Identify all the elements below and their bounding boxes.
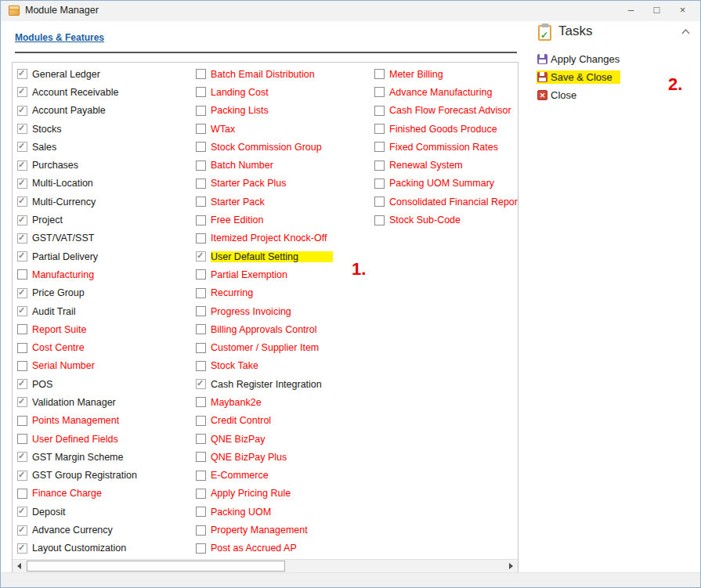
checkbox-icon[interactable] — [196, 233, 206, 243]
module-row[interactable]: Stock Sub-Code — [374, 211, 519, 229]
checkbox-icon[interactable] — [17, 215, 27, 225]
module-row[interactable]: Stock Commission Group — [196, 138, 373, 156]
checkbox-icon[interactable] — [17, 288, 27, 298]
task-item-close[interactable]: ✕Close — [537, 88, 579, 102]
module-row[interactable]: Cash Flow Forecast Advisor — [374, 102, 519, 120]
module-row[interactable]: User Default Setting — [196, 247, 373, 265]
module-row[interactable]: Layout Customization — [17, 539, 194, 557]
module-row[interactable]: Advance Manufacturing — [374, 83, 519, 101]
module-row[interactable]: QNE BizPay Plus — [196, 448, 373, 466]
checkbox-icon[interactable] — [196, 179, 206, 189]
module-row[interactable]: Audit Trail — [17, 302, 194, 320]
close-button[interactable]: × — [670, 1, 696, 18]
checkbox-icon[interactable] — [196, 525, 206, 536]
module-row[interactable]: QNE BizPay — [196, 430, 373, 448]
checkbox-icon[interactable] — [17, 324, 27, 334]
checkbox-icon[interactable] — [374, 106, 385, 116]
checkbox-icon[interactable] — [17, 452, 27, 462]
module-row[interactable]: Progress Invoicing — [196, 302, 373, 320]
checkbox-icon[interactable] — [17, 306, 27, 316]
checkbox-icon[interactable] — [196, 197, 206, 207]
module-row[interactable]: E-Commerce — [196, 467, 373, 485]
module-row[interactable]: User Defined Fields — [17, 430, 194, 448]
module-row[interactable]: Free Edition — [196, 211, 373, 229]
module-row[interactable]: Batch Number — [196, 156, 373, 174]
task-item-save-close[interactable]: Save & Close — [537, 70, 620, 84]
module-row[interactable]: Account Receivable — [17, 83, 194, 101]
checkbox-icon[interactable] — [17, 489, 27, 499]
module-row[interactable]: Post as Accrued AP — [196, 539, 373, 557]
modules-features-link[interactable]: Modules & Features — [15, 32, 104, 43]
module-row[interactable]: Renewal System — [374, 156, 519, 174]
module-row[interactable]: Partial Exemption — [196, 265, 373, 283]
checkbox-icon[interactable] — [196, 397, 206, 407]
checkbox-icon[interactable] — [196, 106, 206, 116]
checkbox-icon[interactable] — [374, 161, 385, 171]
module-row[interactable]: Cost Centre — [17, 338, 194, 356]
checkbox-icon[interactable] — [196, 416, 206, 426]
module-row[interactable]: Validation Manager — [17, 393, 194, 411]
module-row[interactable]: Recurring — [196, 284, 373, 302]
checkbox-icon[interactable] — [196, 288, 206, 298]
scroll-left-arrow[interactable] — [13, 560, 26, 572]
checkbox-icon[interactable] — [196, 471, 206, 481]
module-row[interactable]: Billing Approvals Control — [196, 320, 373, 338]
checkbox-icon[interactable] — [196, 306, 206, 316]
module-row[interactable]: GST Group Registration — [17, 467, 194, 485]
module-row[interactable]: Consolidated Financial Report — [374, 193, 519, 211]
checkbox-icon[interactable] — [196, 124, 206, 134]
module-row[interactable]: Cash Register Integration — [196, 375, 373, 393]
checkbox-icon[interactable] — [196, 343, 206, 353]
checkbox-icon[interactable] — [196, 87, 206, 97]
checkbox-icon[interactable] — [196, 434, 206, 444]
module-row[interactable]: WTax — [196, 120, 373, 138]
module-row[interactable]: Finished Goods Produce — [374, 120, 519, 138]
module-row[interactable]: Starter Pack — [196, 193, 373, 211]
module-row[interactable]: Sales — [17, 138, 194, 156]
checkbox-icon[interactable] — [17, 233, 27, 243]
checkbox-icon[interactable] — [17, 397, 27, 407]
module-row[interactable]: GST Margin Scheme — [17, 448, 194, 466]
module-row[interactable]: Account Payable — [17, 102, 194, 120]
module-row[interactable]: Partial Delivery — [17, 247, 194, 265]
checkbox-icon[interactable] — [374, 179, 385, 189]
checkbox-icon[interactable] — [374, 142, 385, 152]
checkbox-icon[interactable] — [17, 343, 27, 353]
checkbox-icon[interactable] — [196, 489, 206, 499]
checkbox-icon[interactable] — [196, 215, 206, 225]
checkbox-icon[interactable] — [374, 69, 385, 79]
checkbox-icon[interactable] — [374, 215, 385, 225]
module-row[interactable]: Landing Cost — [196, 83, 373, 101]
module-row[interactable]: Finance Charge — [17, 485, 194, 503]
checkbox-icon[interactable] — [17, 161, 27, 171]
module-row[interactable]: Deposit — [17, 503, 194, 521]
module-row[interactable]: Price Group — [17, 284, 194, 302]
module-row[interactable]: Stock Take — [196, 357, 373, 375]
module-row[interactable]: Project — [17, 211, 194, 229]
checkbox-icon[interactable] — [17, 87, 27, 97]
checkbox-icon[interactable] — [17, 197, 27, 207]
module-row[interactable]: Manufacturing — [17, 265, 194, 283]
module-row[interactable]: Report Suite — [17, 320, 194, 338]
checkbox-icon[interactable] — [196, 379, 206, 389]
module-row[interactable]: Serial Number — [17, 357, 194, 375]
task-item-apply-changes[interactable]: Apply Changes — [537, 52, 622, 66]
module-row[interactable]: Itemized Project Knock-Off — [196, 229, 373, 247]
module-row[interactable]: Credit Control — [196, 412, 373, 430]
module-row[interactable]: Packing UOM Summary — [374, 175, 519, 193]
module-row[interactable]: GST/VAT/SST — [17, 229, 194, 247]
checkbox-icon[interactable] — [196, 161, 206, 171]
collapse-chevron-icon[interactable] — [681, 29, 690, 34]
checkbox-icon[interactable] — [374, 87, 385, 97]
checkbox-icon[interactable] — [196, 452, 206, 462]
module-row[interactable]: Multi-Currency — [17, 193, 194, 211]
scroll-right-arrow[interactable] — [504, 560, 518, 572]
checkbox-icon[interactable] — [17, 142, 27, 152]
module-row[interactable]: POS — [17, 375, 194, 393]
module-row[interactable]: Multi-Location — [17, 175, 194, 193]
checkbox-icon[interactable] — [196, 142, 206, 152]
module-row[interactable]: Packing Lists — [196, 102, 373, 120]
checkbox-icon[interactable] — [196, 251, 206, 262]
checkbox-icon[interactable] — [374, 124, 385, 134]
checkbox-icon[interactable] — [17, 106, 27, 116]
